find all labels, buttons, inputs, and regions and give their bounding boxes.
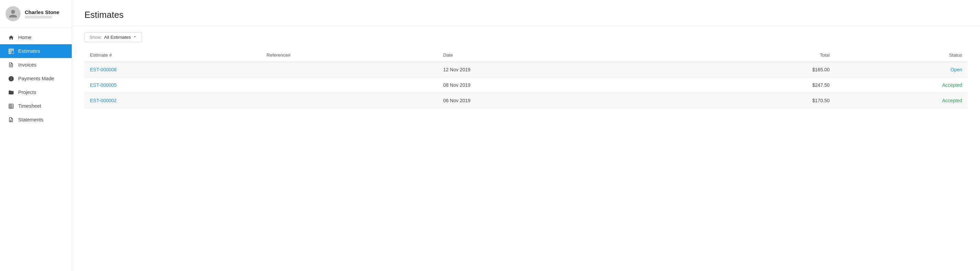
total-cell: $165.00 [659, 62, 835, 78]
page-header: Estimates [72, 0, 980, 26]
payments-icon: $ [8, 76, 14, 82]
estimates-icon [8, 48, 14, 54]
sidebar-item-payments-label: Payments Made [18, 76, 54, 81]
filter-label: Show: [89, 35, 102, 40]
estimates-table-container: Estimate # Reference# Date Total Status … [72, 48, 980, 271]
date-cell: 12 Nov 2019 [438, 62, 659, 78]
col-header-total: Total [659, 48, 835, 62]
chevron-down-icon [133, 35, 137, 40]
timesheet-icon [8, 103, 14, 109]
sidebar-item-estimates[interactable]: Estimates [0, 44, 72, 58]
col-header-estimate: Estimate # [84, 48, 261, 62]
sidebar-item-projects[interactable]: Projects [0, 86, 72, 99]
sidebar-item-estimates-label: Estimates [18, 48, 40, 54]
toolbar: Show: All Estimates [72, 26, 980, 48]
status-badge: Accepted [835, 93, 968, 108]
sidebar-item-timesheet-label: Timesheet [18, 103, 41, 109]
total-cell: $170.50 [659, 93, 835, 108]
total-cell: $247.50 [659, 78, 835, 93]
reference-cell [261, 93, 438, 108]
profile-info: Charles Stone [25, 9, 59, 19]
sidebar-item-payments-made[interactable]: $ Payments Made [0, 72, 72, 86]
sidebar-item-invoices-label: Invoices [18, 62, 37, 68]
table-row: EST-00000206 Nov 2019$170.50Accepted [84, 93, 968, 108]
sidebar: Charles Stone Home Estimates [0, 0, 72, 271]
table-row: EST-00000508 Nov 2019$247.50Accepted [84, 78, 968, 93]
profile-subtitle [25, 16, 52, 19]
table-body: EST-00000812 Nov 2019$165.00OpenEST-0000… [84, 62, 968, 108]
status-badge: Accepted [835, 78, 968, 93]
estimates-table: Estimate # Reference# Date Total Status … [84, 48, 968, 108]
estimate-link[interactable]: EST-000008 [90, 67, 117, 72]
avatar [5, 6, 21, 21]
sidebar-item-statements[interactable]: Statements [0, 113, 72, 127]
estimate-link[interactable]: EST-000002 [90, 98, 117, 103]
svg-text:$: $ [10, 78, 12, 80]
estimate-link[interactable]: EST-000005 [90, 82, 117, 88]
main-content: Estimates Show: All Estimates Estimate #… [72, 0, 980, 271]
col-header-reference: Reference# [261, 48, 438, 62]
sidebar-nav: Home Estimates Invoices [0, 28, 72, 127]
col-header-date: Date [438, 48, 659, 62]
page-title: Estimates [84, 10, 968, 20]
home-icon [8, 34, 14, 40]
sidebar-item-timesheet[interactable]: Timesheet [0, 99, 72, 113]
reference-cell [261, 78, 438, 93]
statements-icon [8, 117, 14, 123]
sidebar-item-projects-label: Projects [18, 90, 36, 95]
sidebar-item-invoices[interactable]: Invoices [0, 58, 72, 72]
col-header-status: Status [835, 48, 968, 62]
filter-value: All Estimates [104, 35, 131, 40]
profile-name: Charles Stone [25, 9, 59, 15]
date-cell: 08 Nov 2019 [438, 78, 659, 93]
date-cell: 06 Nov 2019 [438, 93, 659, 108]
filter-dropdown[interactable]: Show: All Estimates [84, 32, 142, 42]
projects-icon [8, 89, 14, 95]
sidebar-item-statements-label: Statements [18, 117, 43, 122]
table-row: EST-00000812 Nov 2019$165.00Open [84, 62, 968, 78]
table-header: Estimate # Reference# Date Total Status [84, 48, 968, 62]
status-badge: Open [835, 62, 968, 78]
reference-cell [261, 62, 438, 78]
sidebar-item-home-label: Home [18, 35, 32, 40]
invoices-icon [8, 62, 14, 68]
sidebar-item-home[interactable]: Home [0, 30, 72, 44]
profile-section: Charles Stone [0, 0, 72, 28]
